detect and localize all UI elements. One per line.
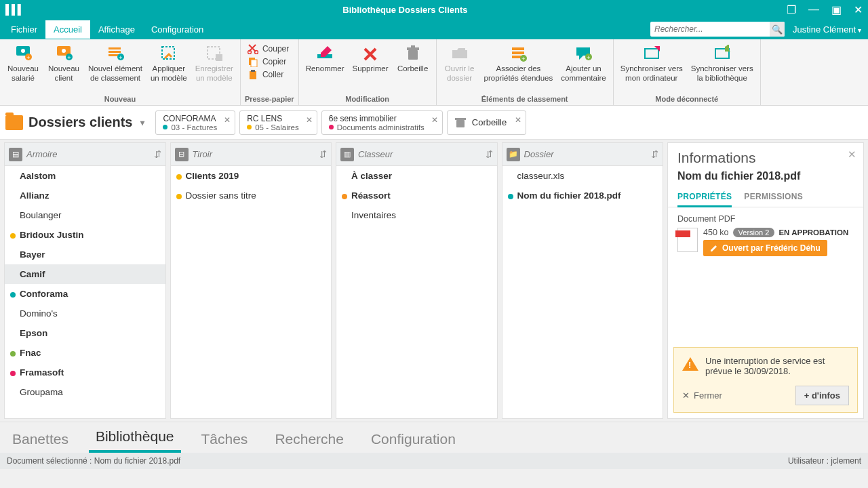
ribbon-group-title: Éléments de classement — [441, 93, 609, 105]
alert-more-button[interactable]: + d'infos — [795, 386, 849, 405]
menu-item-fichier[interactable]: Fichier — [3, 20, 45, 39]
search-input[interactable] — [650, 24, 770, 34]
svg-rect-15 — [216, 54, 222, 61]
ribbon-properties-button[interactable]: +Associer despropriétés étendues — [481, 42, 556, 83]
list-item[interactable]: Epson — [5, 323, 165, 343]
list-item[interactable]: Camif — [5, 264, 165, 284]
ribbon-group-title: Nouveau — [4, 93, 236, 105]
ribbon-rename-button[interactable]: Renommer — [303, 42, 347, 74]
svg-text:+: + — [587, 54, 591, 61]
column-filter-input[interactable] — [358, 149, 481, 159]
bottom-tab-banettes[interactable]: Banettes — [5, 426, 75, 453]
bottom-tab-configuration[interactable]: Configuration — [364, 426, 462, 453]
list-item[interactable]: Bayer — [5, 245, 165, 264]
restore-small-icon[interactable]: ❐ — [787, 3, 796, 16]
info-tab-permissions[interactable]: PERMISSIONS — [744, 188, 803, 207]
column-filter-input[interactable] — [26, 149, 150, 159]
close-panel-icon[interactable]: ✕ — [848, 148, 856, 161]
maximize-icon[interactable]: ▣ — [831, 3, 842, 16]
close-window-icon[interactable]: ✕ — [854, 3, 863, 16]
ribbon-delete-button[interactable]: Supprimer — [350, 42, 391, 74]
rename-icon — [315, 45, 334, 62]
list-item[interactable]: À classer — [336, 166, 497, 186]
list-item[interactable]: Réassort — [336, 186, 497, 205]
ribbon-sync-up-button[interactable]: Synchroniser versla bibliothèque — [688, 42, 756, 83]
ribbon-template-apply-button[interactable]: Appliquerun modèle — [148, 42, 190, 83]
ribbon-comment-button[interactable]: +Ajouter uncommentaire — [558, 42, 608, 83]
ribbon-user-plus-orange-button[interactable]: +Nouveauclient — [45, 42, 83, 83]
sort-icon[interactable]: ⇅ — [319, 149, 327, 159]
user-menu[interactable]: Justine Clément — [791, 24, 868, 35]
tab-subtitle: Documents administratifs — [329, 123, 425, 131]
titlebar: ▌▌▌ Bibliothèque Dossiers Clients ❐ — ▣ … — [0, 0, 868, 19]
list-item[interactable]: Clients 2019 — [171, 166, 332, 186]
ribbon-group-title: Modification — [303, 93, 432, 105]
warning-icon — [682, 357, 698, 371]
close-icon[interactable]: ✕ — [306, 115, 313, 125]
list-item[interactable]: Nom du fichier 2018.pdf — [502, 186, 663, 205]
sync-up-icon — [713, 45, 732, 62]
trash-tab[interactable]: Corbeille ✕ — [447, 110, 526, 135]
sort-icon[interactable]: ⇅ — [154, 149, 161, 159]
column-filter-input[interactable] — [524, 149, 648, 159]
ribbon-paste-button[interactable]: Coller — [248, 69, 289, 80]
document-tab[interactable]: 6e sens immobilierDocuments administrati… — [321, 110, 443, 135]
list-item[interactable]: Domino's — [5, 304, 165, 323]
list-item[interactable]: Allianz — [5, 186, 165, 205]
document-tab[interactable]: RC LENS05 - Salaires✕ — [239, 110, 317, 135]
bottom-tab-bibliothèque[interactable]: Bibliothèque — [89, 423, 181, 453]
bottom-tab-recherche[interactable]: Recherche — [268, 426, 351, 453]
close-icon[interactable]: ✕ — [515, 115, 521, 125]
ribbon-cut-button[interactable]: Couper — [248, 43, 289, 54]
list-item[interactable]: Fnac — [5, 343, 165, 363]
color-dot-icon — [10, 351, 16, 357]
list-item[interactable]: Dossier sans titre — [171, 186, 332, 205]
color-dot-icon — [163, 125, 167, 129]
list-item[interactable]: Aalstom — [5, 166, 165, 186]
sync-down-icon — [642, 45, 661, 62]
menu-item-affichage[interactable]: Affichage — [90, 20, 143, 39]
color-dot-icon — [329, 125, 334, 129]
svg-rect-35 — [456, 120, 465, 127]
column-dossier: 📁⇅classeur.xlsNom du fichier 2018.pdf — [502, 142, 664, 419]
cut-icon — [248, 43, 258, 54]
document-tab[interactable]: CONFORAMA03 - Factures✕ — [155, 110, 235, 135]
ribbon-copy-button[interactable]: Copier — [248, 56, 289, 67]
tab-subtitle: 05 - Salaires — [247, 123, 299, 131]
svg-point-1 — [21, 49, 25, 53]
list-item[interactable]: classeur.xls — [502, 166, 663, 186]
column-header: ▤⇅ — [5, 143, 165, 166]
ribbon-trash-button[interactable]: Corbeille — [394, 42, 432, 74]
ribbon-sync-down-button[interactable]: Synchroniser versmon ordinateur — [618, 42, 686, 83]
list-item[interactable]: Groupama — [5, 382, 165, 402]
ribbon-user-plus-button[interactable]: +Nouveausalarié — [4, 42, 42, 83]
alert-close-button[interactable]: ✕ Fermer — [682, 390, 722, 401]
minimize-icon[interactable]: — — [808, 3, 819, 16]
search-box[interactable]: 🔍 — [650, 22, 785, 37]
svg-point-5 — [62, 49, 66, 53]
column-header: ▥⇅ — [336, 143, 497, 166]
list-item[interactable]: Bridoux Justin — [5, 225, 165, 245]
search-icon[interactable]: 🔍 — [770, 22, 785, 37]
tiroir-icon: ⊟ — [175, 148, 189, 161]
sort-icon[interactable]: ⇅ — [651, 149, 658, 159]
info-tab-propriétés[interactable]: PROPRIÉTÉS — [677, 188, 732, 207]
ribbon-stack-plus-button[interactable]: +Nouvel élémentde classement — [85, 42, 145, 83]
classeur-icon: ▥ — [340, 148, 354, 161]
bottom-tab-tâches[interactable]: Tâches — [195, 426, 255, 453]
list-item[interactable]: Framasoft — [5, 363, 165, 382]
info-status: EN APPROBATION — [778, 228, 848, 237]
close-icon[interactable]: ✕ — [431, 115, 438, 125]
document-tabs-row: Dossiers clients CONFORAMA03 - Factures✕… — [0, 106, 868, 140]
column-filter-input[interactable] — [193, 149, 316, 159]
menu-item-configuration[interactable]: Configuration — [143, 20, 212, 39]
menu-item-accueil[interactable]: Accueil — [45, 20, 90, 39]
list-item[interactable]: Boulanger — [5, 205, 165, 225]
list-item[interactable]: Conforama — [5, 284, 165, 304]
library-selector[interactable]: Dossiers clients — [5, 115, 151, 130]
tab-subtitle: 03 - Factures — [163, 123, 217, 131]
opened-by-badge: Ouvert par Frédéric Déhu — [703, 240, 827, 256]
sort-icon[interactable]: ⇅ — [486, 149, 493, 159]
list-item[interactable]: Inventaires — [336, 205, 497, 225]
close-icon[interactable]: ✕ — [224, 115, 231, 125]
